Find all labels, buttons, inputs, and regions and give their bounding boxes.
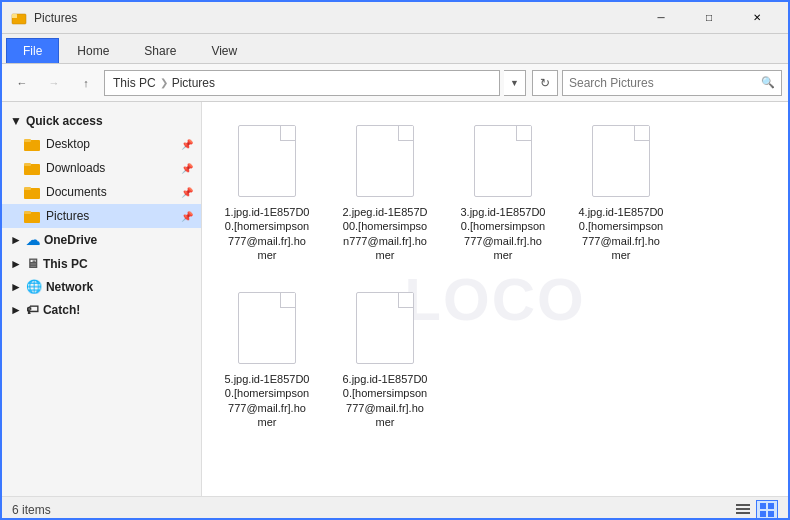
tab-home[interactable]: Home [60,38,126,63]
files-grid: 1.jpg.id-1E857D00.[homersimpson777@mail.… [212,112,778,438]
sidebar-section-catch[interactable]: ► 🏷 Catch! [2,298,201,321]
sidebar-item-documents-label: Documents [46,185,107,199]
maximize-button[interactable]: □ [686,2,732,34]
minimize-button[interactable]: ─ [638,2,684,34]
file-name-5: 5.jpg.id-1E857D00.[homersimpson777@mail.… [224,372,309,429]
chevron-right-icon-catch: ► [10,303,22,317]
sidebar-item-downloads-label: Downloads [46,161,105,175]
svg-rect-9 [24,211,31,214]
window-title: Pictures [34,11,632,25]
sidebar-section-this-pc[interactable]: ► 🖥 This PC [2,252,201,275]
tab-file[interactable]: File [6,38,59,63]
address-path[interactable]: This PC ❯ Pictures [104,70,500,96]
file-item-3[interactable]: 3.jpg.id-1E857D00.[homersimpson777@mail.… [448,112,558,271]
file-item-1[interactable]: 1.jpg.id-1E857D00.[homersimpson777@mail.… [212,112,322,271]
address-dropdown[interactable]: ▼ [504,70,526,96]
svg-rect-3 [24,139,31,142]
address-bar: ← → ↑ This PC ❯ Pictures ▼ ↻ 🔍 [2,64,788,102]
file-item-2[interactable]: 2.jpeg.id-1E857D00.[homersimpson777@mail… [330,112,440,271]
folder-icon [24,136,40,152]
chevron-right-icon-net: ► [10,280,22,294]
pin-icon: 📌 [181,139,193,150]
window-controls: ─ □ ✕ [638,2,780,34]
document-icon-3 [474,125,532,197]
forward-button[interactable]: → [40,69,68,97]
folder-icon [24,184,40,200]
view-controls [732,500,778,520]
chevron-icon: ▼ [10,114,22,128]
svg-rect-16 [768,511,774,517]
sidebar-onedrive-label: OneDrive [44,233,97,247]
sidebar-catch-label: Catch! [43,303,80,317]
file-name-3: 3.jpg.id-1E857D00.[homersimpson777@mail.… [460,205,545,262]
path-this-pc[interactable]: This PC [113,76,156,90]
file-item-6[interactable]: 6.jpg.id-1E857D00.[homersimpson777@mail.… [330,279,440,438]
sidebar-this-pc-label: This PC [43,257,88,271]
pc-icon: 🖥 [26,256,39,271]
back-button[interactable]: ← [8,69,36,97]
sidebar-item-desktop-label: Desktop [46,137,90,151]
sidebar-quick-access-label: Quick access [26,114,103,128]
sidebar-item-downloads[interactable]: Downloads 📌 [2,156,201,180]
svg-rect-12 [736,512,750,514]
content-area: LOCO 1.jpg.id-1E857D00.[homersimpson777@… [202,102,788,496]
chevron-right-icon: ► [10,233,22,247]
pin-icon-documents: 📌 [181,187,193,198]
item-count: 6 items [12,503,51,517]
file-icon-wrapper-6 [350,288,420,368]
sidebar-network-label: Network [46,280,93,294]
document-icon-6 [356,292,414,364]
chevron-right-icon-pc: ► [10,257,22,271]
sidebar-section-onedrive[interactable]: ► ☁ OneDrive [2,228,201,252]
document-icon-5 [238,292,296,364]
sidebar-item-desktop[interactable]: Desktop 📌 [2,132,201,156]
file-name-6: 6.jpg.id-1E857D00.[homersimpson777@mail.… [342,372,427,429]
svg-rect-7 [24,187,31,190]
file-item-4[interactable]: 4.jpg.id-1E857D00.[homersimpson777@mail.… [566,112,676,271]
list-view-button[interactable] [732,500,754,520]
file-icon-wrapper-5 [232,288,302,368]
window-icon [10,9,28,27]
sidebar-section-quick-access[interactable]: ▼ Quick access [2,110,201,132]
search-box[interactable]: 🔍 [562,70,782,96]
refresh-button[interactable]: ↻ [532,70,558,96]
file-icon-wrapper-1 [232,121,302,201]
grid-view-button[interactable] [756,500,778,520]
svg-rect-15 [760,511,766,517]
file-item-5[interactable]: 5.jpg.id-1E857D00.[homersimpson777@mail.… [212,279,322,438]
sidebar-section-network[interactable]: ► 🌐 Network [2,275,201,298]
sidebar-item-pictures[interactable]: Pictures 📌 [2,204,201,228]
ribbon-tabs: File Home Share View [2,34,788,64]
file-icon-wrapper-2 [350,121,420,201]
tab-view[interactable]: View [194,38,254,63]
svg-rect-13 [760,503,766,509]
sidebar: ▼ Quick access Desktop 📌 Downloads 📌 Doc… [2,102,202,496]
folder-pictures-icon [24,208,40,224]
up-button[interactable]: ↑ [72,69,100,97]
folder-icon [24,160,40,176]
document-icon-4 [592,125,650,197]
file-name-4: 4.jpg.id-1E857D00.[homersimpson777@mail.… [578,205,663,262]
svg-rect-10 [736,504,750,506]
close-button[interactable]: ✕ [734,2,780,34]
onedrive-icon: ☁ [26,232,40,248]
svg-rect-11 [736,508,750,510]
main-layout: ▼ Quick access Desktop 📌 Downloads 📌 Doc… [2,102,788,496]
pin-icon-pictures: 📌 [181,211,193,222]
network-icon: 🌐 [26,279,42,294]
tab-share[interactable]: Share [127,38,193,63]
file-name-2: 2.jpeg.id-1E857D00.[homersimpson777@mail… [342,205,427,262]
svg-rect-14 [768,503,774,509]
file-name-1: 1.jpg.id-1E857D00.[homersimpson777@mail.… [224,205,309,262]
path-pictures[interactable]: Pictures [172,76,215,90]
catch-icon: 🏷 [26,302,39,317]
search-input[interactable] [569,76,757,90]
document-icon-1 [238,125,296,197]
title-bar: Pictures ─ □ ✕ [2,2,788,34]
status-bar: 6 items [2,496,788,520]
sidebar-item-documents[interactable]: Documents 📌 [2,180,201,204]
path-arrow-1: ❯ [160,77,168,88]
file-icon-wrapper-4 [586,121,656,201]
search-icon: 🔍 [761,76,775,89]
file-icon-wrapper-3 [468,121,538,201]
